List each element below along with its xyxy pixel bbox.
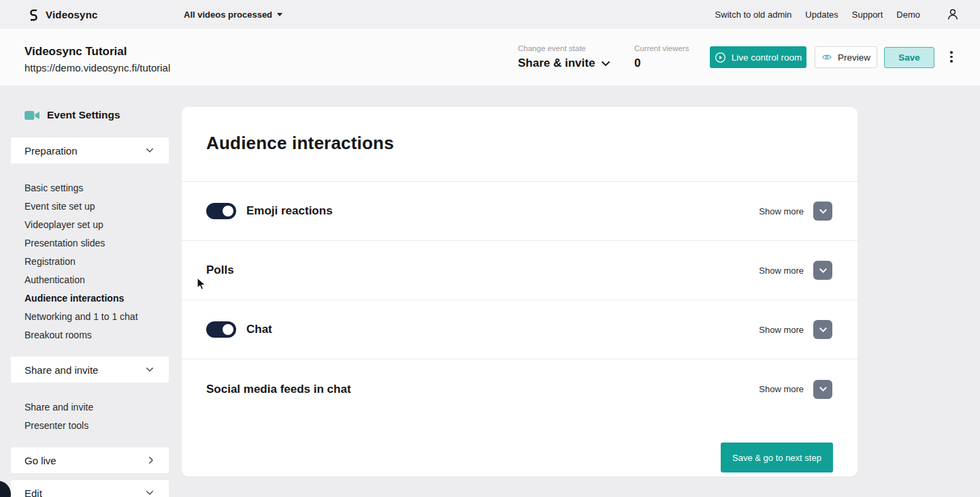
show-more-label[interactable]: Show more (759, 206, 804, 217)
sidebar-item-videoplayer-set-up[interactable]: Videoplayer set up (24, 215, 138, 234)
video-camera-icon (24, 110, 40, 121)
live-control-room-button[interactable]: Live control room (710, 46, 806, 68)
preparation-items: Basic settings Event site set up Videopl… (24, 178, 138, 344)
current-viewers-group: Current viewers 0 (634, 44, 689, 70)
toggle-knob (221, 323, 235, 336)
go-live-section-label: Go live (24, 455, 56, 466)
eye-icon (821, 52, 832, 63)
event-header: Videosync Tutorial https://demo.videosyn… (0, 29, 980, 86)
preparation-section-label: Preparation (24, 145, 78, 157)
event-state-value: Share & invite (518, 57, 595, 70)
sidebar-item-basic-settings[interactable]: Basic settings (24, 178, 138, 197)
interaction-rows: Emoji reactions Show more Polls Show m (182, 182, 858, 419)
row-right: Show more (759, 320, 832, 339)
row-polls: Polls Show more (182, 241, 858, 300)
more-options-kebab-button[interactable] (946, 51, 957, 65)
show-more-label[interactable]: Show more (759, 325, 804, 335)
support-link[interactable]: Support (852, 10, 883, 20)
row-right: Show more (759, 261, 832, 280)
sidebar-section-share-and-invite[interactable]: Share and invite (11, 357, 169, 383)
brand-logo[interactable]: Videosync (27, 0, 98, 29)
row-left: Social media feeds in chat (206, 383, 351, 396)
share-items: Share and invite Presenter tools (24, 398, 93, 434)
top-navbar: Videosync All videos processed Switch to… (0, 0, 980, 29)
toggle-knob (221, 204, 235, 218)
switch-old-admin-link[interactable]: Switch to old admin (715, 10, 792, 20)
row-chat: Chat Show more (182, 300, 858, 359)
kebab-dot (950, 56, 953, 59)
sidebar-item-registration[interactable]: Registration (24, 252, 138, 270)
preview-button[interactable]: Preview (815, 46, 877, 68)
row-label: Emoji reactions (246, 204, 333, 218)
row-social-media-feeds: Social media feeds in chat Show more (182, 359, 858, 419)
chevron-down-icon (819, 268, 828, 274)
sidebar-item-presenter-tools[interactable]: Presenter tools (24, 416, 93, 434)
card-header: Audience interactions (182, 107, 858, 182)
save-button[interactable]: Save (884, 47, 934, 68)
sidebar-section-edit[interactable]: Edit (11, 480, 169, 497)
chevron-down-icon (146, 490, 154, 496)
chevron-down-icon (819, 208, 828, 214)
event-state-dropdown[interactable]: Share & invite (518, 57, 610, 70)
chevron-down-icon (819, 386, 828, 392)
person-icon (946, 7, 960, 21)
topnav-links: Switch to old admin Updates Support Demo (715, 0, 920, 29)
show-more-chevron-button[interactable] (813, 380, 832, 399)
demo-link[interactable]: Demo (896, 10, 920, 20)
app-screen: Videosync All videos processed Switch to… (0, 0, 980, 497)
sidebar-item-presentation-slides[interactable]: Presentation slides (24, 234, 138, 252)
audience-interactions-card: Audience interactions Emoji reactions Sh… (182, 107, 858, 477)
row-emoji-reactions: Emoji reactions Show more (182, 182, 858, 241)
row-left: Polls (206, 263, 234, 277)
sidebar-item-audience-interactions[interactable]: Audience interactions (24, 289, 138, 307)
card-footer: Save & go to next step (182, 419, 858, 477)
videosync-logo-icon (27, 8, 40, 21)
row-right: Show more (759, 380, 832, 399)
account-button[interactable] (946, 7, 960, 21)
event-state-group: Change event state Share & invite (518, 44, 610, 70)
show-more-chevron-button[interactable] (813, 261, 832, 280)
decorative-corner-shape (0, 481, 11, 497)
row-right: Show more (759, 202, 832, 221)
show-more-label[interactable]: Show more (759, 384, 804, 394)
current-viewers-count: 0 (634, 57, 689, 70)
emoji-reactions-toggle[interactable] (206, 203, 236, 219)
show-more-chevron-button[interactable] (813, 320, 832, 339)
row-left: Emoji reactions (206, 203, 333, 219)
sidebar-section-preparation[interactable]: Preparation (11, 138, 169, 163)
sidebar-title: Event Settings (24, 109, 120, 121)
updates-link[interactable]: Updates (805, 10, 838, 20)
live-control-room-label: Live control room (732, 52, 802, 63)
preview-label: Preview (838, 52, 870, 63)
sidebar-item-event-site-set-up[interactable]: Event site set up (24, 197, 138, 215)
save-next-step-button[interactable]: Save & go to next step (721, 443, 833, 472)
event-title: Videosync Tutorial (24, 45, 170, 59)
brand-name: Videosync (46, 9, 98, 20)
share-section-label: Share and invite (24, 364, 98, 376)
chevron-down-icon (146, 148, 154, 153)
row-left: Chat (206, 321, 272, 338)
sidebar-item-networking-1to1-chat[interactable]: Networking and 1 to 1 chat (24, 307, 138, 325)
sidebar-item-breakout-rooms[interactable]: Breakout rooms (24, 325, 138, 344)
chevron-down-icon (146, 367, 154, 372)
page-title: Audience interactions (206, 133, 832, 154)
sidebar-section-go-live[interactable]: Go live (11, 447, 169, 473)
videos-status-dropdown[interactable]: All videos processed (184, 0, 282, 29)
kebab-dot (950, 60, 953, 63)
chevron-down-icon (601, 61, 610, 67)
show-more-chevron-button[interactable] (813, 202, 832, 221)
sidebar-item-share-and-invite[interactable]: Share and invite (24, 398, 93, 416)
dropdown-caret-icon (277, 13, 282, 16)
edit-section-label: Edit (24, 487, 42, 497)
row-label: Polls (206, 263, 234, 277)
kebab-dot (950, 51, 953, 54)
event-title-block: Videosync Tutorial https://demo.videosyn… (24, 45, 170, 74)
event-url-link[interactable]: https://demo.videosync.fi/tutorial (24, 62, 170, 74)
videos-status-label: All videos processed (184, 10, 272, 20)
play-circle-icon (715, 52, 726, 63)
chevron-down-icon (819, 327, 828, 333)
chat-toggle[interactable] (206, 321, 236, 338)
sidebar-item-authentication[interactable]: Authentication (24, 270, 138, 289)
show-more-label[interactable]: Show more (759, 266, 804, 276)
chevron-right-icon (148, 456, 154, 464)
